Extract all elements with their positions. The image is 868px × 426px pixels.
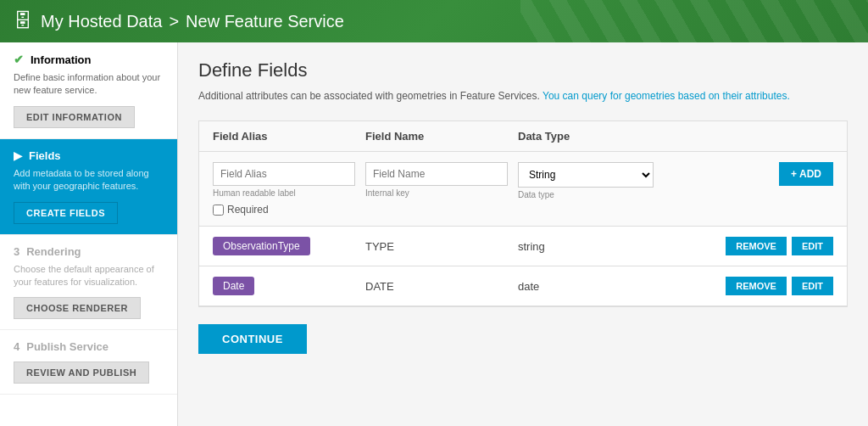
row1-alias: ObservationType	[213, 237, 365, 255]
step-publish-label: Publish Service	[26, 340, 108, 353]
type-select-group: String Integer Double Date Data type	[518, 162, 698, 199]
sidebar: ✔ Information Define basic information a…	[0, 42, 178, 426]
row2-name: DATE	[365, 280, 518, 293]
fields-table-header: Field Alias Field Name Data Type	[199, 121, 847, 152]
database-icon: 🗄	[14, 10, 32, 32]
row2-actions: REMOVE EDIT	[698, 277, 833, 295]
col-field-name: Field Name	[365, 130, 518, 143]
breadcrumb-title: My Hosted Data > New Feature Service	[41, 12, 344, 31]
step-fields-header: ▶ Fields	[14, 149, 164, 162]
breadcrumb-current: New Feature Service	[186, 12, 344, 31]
field-tag-observation: ObservationType	[213, 237, 310, 255]
fields-add-row: Human readable label Required Internal k…	[199, 152, 847, 227]
step-rendering-header: 3 Rendering	[14, 245, 164, 258]
field-alias-input[interactable]	[213, 162, 355, 186]
step-fields-desc: Add metadata to be stored along with you…	[14, 167, 164, 193]
sidebar-step-rendering: 3 Rendering Choose the default appearanc…	[0, 235, 177, 331]
check-icon: ✔	[14, 53, 24, 66]
create-fields-button[interactable]: CREATE FIELDS	[14, 202, 118, 224]
col-field-alias: Field Alias	[213, 130, 365, 143]
field-name-input[interactable]	[365, 162, 508, 186]
row1-remove-button[interactable]: REMOVE	[726, 237, 787, 255]
subtitle-text: Additional attributes can be associated …	[198, 90, 540, 102]
step-publish-number: 4	[14, 340, 19, 353]
step-rendering-label: Rendering	[26, 245, 81, 258]
field-tag-date: Date	[213, 277, 254, 295]
sidebar-step-information: ✔ Information Define basic information a…	[0, 42, 177, 139]
step-information-header: ✔ Information	[14, 53, 164, 66]
app-header: 🗄 My Hosted Data > New Feature Service	[0, 0, 868, 42]
col-actions	[698, 130, 833, 143]
alias-hint: Human readable label	[213, 188, 355, 198]
row1-name: TYPE	[365, 240, 518, 253]
step-fields-arrow: ▶	[14, 149, 22, 162]
field-type-select[interactable]: String Integer Double Date	[518, 162, 654, 188]
breadcrumb-separator: >	[169, 12, 179, 31]
fields-table: Field Alias Field Name Data Type Human r…	[198, 121, 848, 307]
continue-button[interactable]: CONTINUE	[198, 324, 307, 354]
edit-information-button[interactable]: EDIT INFORMATION	[14, 106, 135, 128]
required-checkbox[interactable]	[213, 205, 224, 216]
row2-alias: Date	[213, 277, 365, 295]
step-rendering-desc: Choose the default appearance of your fe…	[14, 263, 164, 289]
required-label: Required	[227, 204, 269, 216]
type-hint: Data type	[518, 190, 698, 199]
row2-type: date	[518, 280, 698, 293]
step-information-label: Information	[31, 53, 92, 66]
content-area: Define Fields Additional attributes can …	[178, 42, 868, 426]
table-row: ObservationType TYPE string REMOVE EDIT	[199, 227, 847, 266]
name-input-group: Internal key	[365, 162, 518, 198]
page-title: Define Fields	[198, 59, 848, 81]
table-row: Date DATE date REMOVE EDIT	[199, 266, 847, 306]
col-data-type: Data Type	[518, 130, 698, 143]
row2-edit-button[interactable]: EDIT	[792, 277, 833, 295]
row1-actions: REMOVE EDIT	[698, 237, 833, 255]
name-hint: Internal key	[365, 188, 508, 198]
step-publish-header: 4 Publish Service	[14, 340, 164, 353]
step-fields-label: Fields	[29, 149, 61, 162]
required-row: Required	[213, 204, 355, 216]
review-publish-button[interactable]: REVIEW AND PUBLISH	[14, 362, 149, 384]
sidebar-step-fields: ▶ Fields Add metadata to be stored along…	[0, 139, 177, 235]
page-subtitle: Additional attributes can be associated …	[198, 88, 848, 104]
breadcrumb-home-link[interactable]: My Hosted Data	[41, 12, 162, 31]
add-field-button[interactable]: + ADD	[779, 162, 833, 186]
sidebar-step-publish: 4 Publish Service REVIEW AND PUBLISH	[0, 330, 177, 395]
alias-input-group: Human readable label Required	[213, 162, 365, 216]
choose-renderer-button[interactable]: CHOOSE RENDERER	[14, 297, 141, 319]
row1-type: string	[518, 240, 698, 253]
main-layout: ✔ Information Define basic information a…	[0, 42, 868, 426]
subtitle-link[interactable]: You can query for geometries based on th…	[542, 90, 790, 102]
step-information-desc: Define basic information about your new …	[14, 71, 164, 98]
step-rendering-number: 3	[14, 245, 19, 258]
row1-edit-button[interactable]: EDIT	[792, 237, 833, 255]
row2-remove-button[interactable]: REMOVE	[726, 277, 787, 295]
